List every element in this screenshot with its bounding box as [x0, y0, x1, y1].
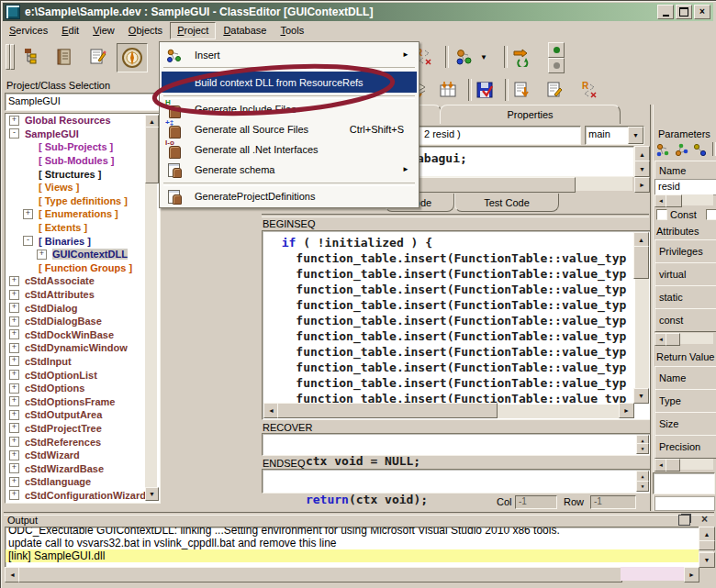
- edit-source-button[interactable]: [84, 43, 113, 71]
- tab-properties[interactable]: Properties: [440, 105, 621, 124]
- insert-parameter-icon[interactable]: [674, 142, 689, 158]
- return-extra-field[interactable]: [654, 496, 715, 511]
- attribute-row-const[interactable]: const: [654, 308, 716, 332]
- expander-icon[interactable]: +: [9, 370, 19, 380]
- menu-edit[interactable]: Edit: [55, 23, 85, 39]
- expander-icon[interactable]: +: [9, 450, 19, 460]
- menu-item-build-context-dll[interactable]: Build context DLL from ResourceRefs: [162, 72, 417, 93]
- output-hscroll-thumb[interactable]: [18, 567, 622, 582]
- restore-panel-icon[interactable]: [678, 515, 690, 526]
- tree-item-class[interactable]: +cStdDockWinBase: [6, 328, 160, 342]
- tree-item-class[interactable]: +cStdDialog: [6, 301, 160, 315]
- class-tree-view-button[interactable]: [17, 43, 47, 71]
- combo-dropdown-button[interactable]: ▼: [628, 127, 643, 144]
- output-hscroll-track-right[interactable]: [621, 567, 684, 581]
- return-hscroll-thumb[interactable]: [666, 459, 680, 472]
- tree-item-class[interactable]: +cStdConfigurationWizard: [6, 489, 160, 503]
- tree-item-class[interactable]: +cStdOptions: [6, 382, 160, 395]
- tree-item-structures[interactable]: [ Structures ]: [6, 167, 160, 181]
- tree-item-guicontextdll[interactable]: +GUIContextDLL: [6, 248, 160, 261]
- return-row-type[interactable]: Type: [654, 389, 716, 413]
- menu-tools[interactable]: Tools: [274, 23, 310, 39]
- title-bar[interactable]: e:\Sample\Sample.dev : SampleGUI - Class…: [3, 3, 713, 21]
- preview-scroll-right-button[interactable]: ►: [634, 177, 650, 193]
- attribute-row-virtual[interactable]: virtual: [654, 262, 716, 286]
- return-row-precision[interactable]: Precision: [654, 435, 716, 459]
- remove-parameter-icon[interactable]: [692, 142, 708, 158]
- expander-icon[interactable]: +: [9, 276, 19, 286]
- tree-item-class[interactable]: +cStdWizard: [6, 449, 160, 462]
- tree-scroll-down-button[interactable]: ▼: [145, 487, 159, 501]
- tree-item-function-groups[interactable]: [ Function Groups ]: [6, 261, 160, 275]
- output-log[interactable]: ODC_Executable GUIContextDLL: linking ..…: [5, 527, 699, 568]
- tree-item-sub-modules[interactable]: [ Sub-Modules ]: [6, 154, 160, 168]
- run-build-button[interactable]: [509, 45, 533, 69]
- expander-icon[interactable]: +: [9, 343, 19, 353]
- output-scroll-right-button[interactable]: ►: [684, 567, 699, 582]
- tree-item-binaries[interactable]: -[ Binaries ]: [6, 234, 160, 248]
- menu-view[interactable]: View: [86, 23, 121, 39]
- expander-icon[interactable]: +: [23, 209, 33, 219]
- breakpoint-toggle[interactable]: [548, 42, 565, 73]
- menu-item-insert[interactable]: Insert ►: [162, 45, 417, 64]
- expander-icon[interactable]: +: [9, 316, 19, 327]
- recover-scroll-down-button[interactable]: ▼: [636, 443, 649, 454]
- tree-item-class[interactable]: +cStdProjectTree: [6, 422, 160, 436]
- tree-item-class[interactable]: +cStdOptionsFrame: [6, 394, 160, 408]
- tree-item-views[interactable]: [ Views ]: [6, 181, 160, 194]
- preview-scroll-down-button[interactable]: ▼: [634, 161, 650, 177]
- project-selector-field[interactable]: SampleGUI: [5, 93, 162, 111]
- endseq-scroll-down-button[interactable]: ▼: [636, 481, 649, 492]
- insert-object-button[interactable]: [453, 45, 476, 69]
- code-text-area[interactable]: if ( !initialized ) { function_table.ins…: [267, 235, 632, 403]
- tree-item-class[interactable]: +cStdOptionList: [6, 368, 160, 382]
- expander-icon[interactable]: +: [9, 490, 19, 500]
- return-row-name[interactable]: Name: [654, 366, 716, 390]
- expander-icon[interactable]: -: [23, 236, 33, 246]
- expander-icon[interactable]: +: [37, 250, 47, 260]
- tree-item-type-definitions[interactable]: [ Type definitions ]: [6, 194, 160, 208]
- expander-icon[interactable]: +: [9, 356, 19, 366]
- expander-icon[interactable]: +: [9, 329, 19, 339]
- code-hscroll-thumb[interactable]: [277, 403, 498, 418]
- menu-item-generate-project-definitions[interactable]: GenerateProjectDefinitions: [162, 186, 417, 205]
- expander-icon[interactable]: +: [9, 423, 19, 433]
- menu-services[interactable]: Services: [3, 23, 54, 39]
- expander-icon[interactable]: +: [9, 383, 19, 394]
- attribute-row-privileges[interactable]: Privileges: [654, 239, 716, 263]
- tree-item-samplegui[interactable]: -SampleGUI: [6, 128, 160, 141]
- export-document-button[interactable]: [509, 78, 533, 102]
- expander-icon[interactable]: +: [9, 463, 19, 473]
- return-row-size[interactable]: Size: [654, 412, 716, 436]
- menu-objects[interactable]: Objects: [122, 23, 169, 39]
- tree-item-extents[interactable]: [ Extents ]: [6, 221, 160, 235]
- code-vscroll-thumb[interactable]: [633, 246, 649, 279]
- menu-item-generate-schema[interactable]: Generate schema ►: [162, 160, 417, 179]
- review-document-button[interactable]: [543, 78, 566, 102]
- tree-item-enumerations[interactable]: +[ Enumerations ]: [6, 207, 160, 221]
- second-checkbox[interactable]: [706, 209, 716, 220]
- expander-icon[interactable]: +: [9, 410, 19, 420]
- param-name-column-header[interactable]: Name: [654, 161, 716, 181]
- menu-database[interactable]: Database: [217, 23, 273, 39]
- tab-test-code[interactable]: Test Code: [454, 194, 559, 212]
- tree-item-class[interactable]: +cStdReferences: [6, 435, 160, 449]
- expander-icon[interactable]: -: [9, 128, 19, 139]
- library-book-button[interactable]: [50, 43, 80, 71]
- tree-item-global-resources[interactable]: +Global Resources: [6, 114, 160, 128]
- menu-item-generate-source[interactable]: +‡ Generate all Source Files Ctrl+Shift+…: [162, 119, 417, 139]
- tree-item-sub-projects[interactable]: [ Sub-Projects ]: [6, 140, 160, 154]
- menu-item-generate-include[interactable]: H Generate Include Files: [162, 99, 417, 118]
- tree-item-class[interactable]: +cStdOutputArea: [6, 408, 160, 422]
- insert-dropdown-button[interactable]: ▼: [476, 45, 491, 69]
- recover-code-box[interactable]: ctx void = NULL; ▲ ▼: [262, 433, 651, 456]
- const-checkbox[interactable]: [656, 209, 667, 220]
- tree-item-class[interactable]: +cStdAttributes: [6, 288, 160, 302]
- import-table-button[interactable]: [436, 78, 460, 102]
- tree-item-class[interactable]: +cStdDynamicWindow: [6, 341, 160, 355]
- maximize-button[interactable]: [676, 5, 692, 19]
- class-editor-button[interactable]: [117, 43, 148, 72]
- expander-icon[interactable]: +: [9, 116, 19, 126]
- expander-icon[interactable]: +: [9, 290, 19, 300]
- save-all-button[interactable]: [473, 78, 497, 102]
